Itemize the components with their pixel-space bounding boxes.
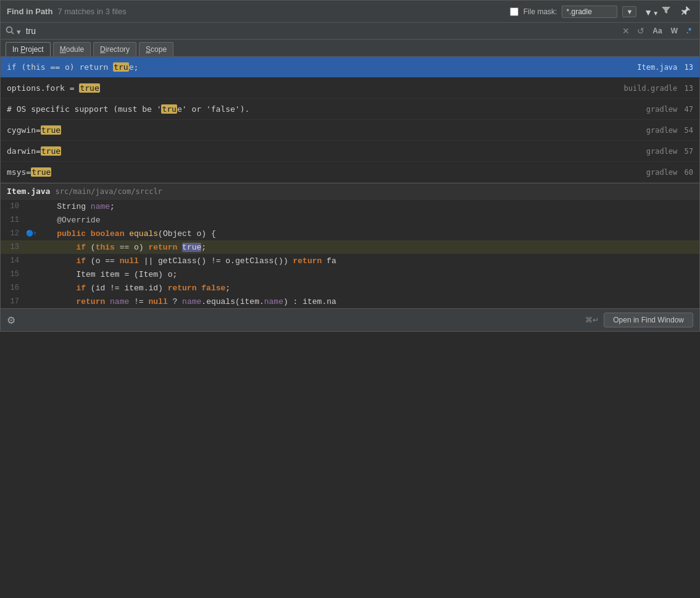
clear-search-btn[interactable]: ✕ [620, 26, 632, 36]
line-content: if (o == null || getClass() != o.getClas… [38, 256, 336, 266]
line-content: if (id != item.id) return false; [38, 284, 230, 293]
line-content: Item item = (Item) o; [38, 270, 177, 279]
header-row: Find in Path 7 matches in 3 files File m… [1, 1, 699, 23]
line-content: String name; [38, 202, 115, 211]
code-line-11: 11 @Override [1, 213, 699, 227]
result-meta: gradlew 60 [619, 168, 693, 177]
matches-count: 7 matches in 3 files [57, 7, 126, 16]
result-meta: build.gradle 13 [619, 84, 693, 93]
result-row[interactable]: options.fork = true build.gradle 13 [1, 78, 699, 99]
preview-filepath: src/main/java/com/srcclr [55, 187, 162, 196]
search-row: ▾ ✕ ↺ Aa W .* [1, 23, 699, 40]
result-row[interactable]: if (this == o) return true; Item.java 13 [1, 57, 699, 78]
file-mask-checkbox[interactable] [510, 7, 519, 16]
file-mask-input[interactable]: *.gradle [562, 6, 617, 18]
tab-directory[interactable]: Directory [93, 42, 136, 56]
result-text: options.fork = true [7, 83, 619, 93]
line-number: 10 [1, 202, 25, 211]
file-mask-dropdown[interactable]: ▼ [622, 6, 636, 17]
tabs-row: In Project Module Directory Scope [1, 40, 699, 57]
svg-point-0 [7, 27, 12, 32]
line-number: 15 [1, 270, 25, 279]
code-line-17: 17 return name != null ? name.equals(ite… [1, 295, 699, 308]
bottom-bar: ⚙ ⌘↵ Open in Find Window [1, 308, 699, 331]
filter-icon-btn[interactable]: ▼▼ [641, 4, 673, 19]
tab-scope[interactable]: Scope [139, 42, 173, 56]
find-in-path-panel: Find in Path 7 matches in 3 files File m… [0, 0, 700, 332]
search-input[interactable] [26, 26, 618, 36]
line-number: 12 [1, 229, 25, 238]
code-preview: 10 String name; 11 @Override 12 🔵↑ publi… [1, 200, 699, 308]
result-row[interactable]: msys=true gradlew 60 [1, 162, 699, 183]
line-content: @Override [38, 216, 100, 225]
line-content: return name != null ? name.equals(item.n… [38, 297, 336, 306]
file-header: Item.java src/main/java/com/srcclr [1, 183, 699, 200]
code-line-15: 15 Item item = (Item) o; [1, 267, 699, 281]
line-number: 14 [1, 256, 25, 265]
line-number: 16 [1, 284, 25, 292]
line-gutter: 🔵↑ [25, 230, 38, 237]
result-text: cygwin=true [7, 125, 619, 135]
result-row[interactable]: darwin=true gradlew 57 [1, 141, 699, 162]
panel-title: Find in Path [7, 7, 52, 16]
code-line-12: 12 🔵↑ public boolean equals(Object o) { [1, 227, 699, 240]
search-icon: ▾ [6, 26, 21, 36]
line-content: public boolean equals(Object o) { [38, 229, 216, 238]
open-in-find-window-btn[interactable]: Open in Find Window [604, 313, 693, 327]
code-line-14: 14 if (o == null || getClass() != o.getC… [1, 254, 699, 267]
shortcut-label: ⌘↵ [585, 316, 599, 324]
results-list: if (this == o) return true; Item.java 13… [1, 57, 699, 183]
line-number: 13 [1, 243, 25, 251]
tab-module[interactable]: Module [53, 42, 91, 56]
result-meta: gradlew 47 [619, 105, 693, 114]
line-number: 17 [1, 297, 25, 306]
result-text: if (this == o) return true; [7, 62, 619, 72]
tab-in-project[interactable]: In Project [6, 42, 51, 56]
regex-btn[interactable]: .* [683, 25, 694, 36]
settings-btn[interactable]: ⚙ [7, 314, 15, 326]
code-line-16: 16 if (id != item.id) return false; [1, 281, 699, 295]
line-content: if (this == o) return true; [38, 243, 206, 252]
result-meta: Item.java 13 [619, 63, 693, 72]
preview-filename: Item.java [7, 187, 50, 196]
file-mask-label: File mask: [523, 7, 557, 16]
match-case-btn[interactable]: Aa [649, 25, 665, 36]
svg-line-1 [12, 32, 14, 34]
result-meta: gradlew 54 [619, 126, 693, 135]
result-row[interactable]: cygwin=true gradlew 54 [1, 120, 699, 141]
code-line-10: 10 String name; [1, 200, 699, 213]
refresh-btn[interactable]: ↺ [635, 26, 647, 36]
result-text: msys=true [7, 167, 619, 177]
result-text: # OS specific support (must be 'true' or… [7, 104, 619, 114]
line-number: 11 [1, 216, 25, 224]
code-line-13: 13 if (this == o) return true; [1, 240, 699, 254]
result-text: darwin=true [7, 146, 619, 156]
whole-word-btn[interactable]: W [668, 25, 681, 36]
result-meta: gradlew 57 [619, 147, 693, 156]
result-row[interactable]: # OS specific support (must be 'true' or… [1, 99, 699, 120]
pin-btn[interactable] [678, 4, 693, 19]
